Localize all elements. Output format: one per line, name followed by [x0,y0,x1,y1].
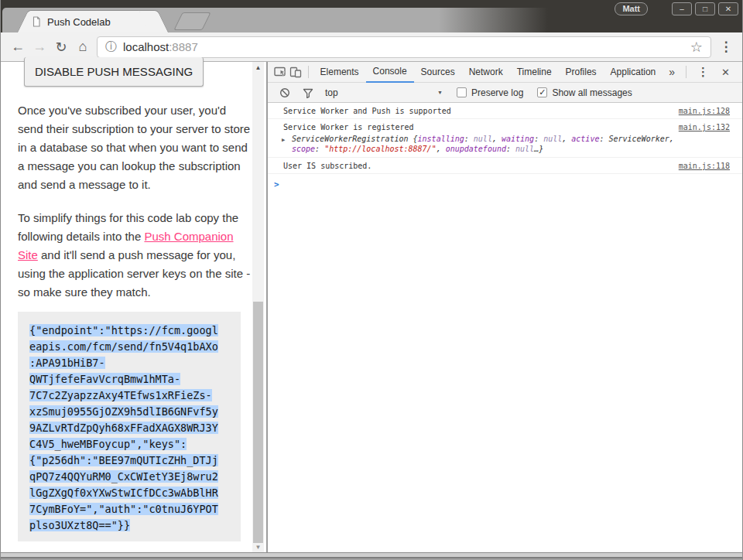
page-paragraph: To simplify things for this code lab cop… [18,209,252,302]
profile-badge[interactable]: Matt [615,2,648,15]
device-toolbar-icon[interactable] [288,62,303,83]
preview-segment: null [474,135,492,143]
console-log[interactable]: main.js:128Service Worker and Push is su… [268,103,742,552]
code-line: xzSmuj0955GjOZX9h5dlIB6GNFvf5y [29,404,229,420]
selected-text: C4V5_hweMBFoycup","keys": [29,438,187,450]
code-line: plso3UXzt8Q=="}} [29,517,229,534]
execution-context-select[interactable]: top ▼ [325,87,443,98]
browser-menu-icon[interactable]: ⋮ [716,39,736,55]
preview-segment: ServiceWorker, [608,135,673,143]
preview-segment: null [515,145,534,153]
address-bar[interactable]: ⓘ localhost :8887 ☆ [97,36,711,58]
devtools-tab-elements[interactable]: Elements [313,62,366,83]
inspect-element-icon[interactable] [272,62,288,83]
preview-segment: waiting [502,135,534,143]
window-controls: – □ ✕ [672,2,738,15]
devtools-tab-application[interactable]: Application [604,62,663,83]
devtools-menu-icon[interactable]: ⋮ [691,65,715,79]
preview-segment: …} [534,145,543,153]
disable-push-button[interactable]: DISABLE PUSH MESSAGING [24,57,204,87]
preview-segment: : [315,145,324,153]
selected-text: plso3UXzt8Q=="}} [29,519,130,531]
tab-close-icon[interactable]: × [146,16,155,27]
show-all-messages-label[interactable]: Show all messages [552,87,632,98]
devtools-tab-timeline[interactable]: Timeline [510,62,559,83]
object-preview[interactable]: ▶ServiceWorkerRegistration {installing: … [283,134,717,154]
selected-text: {"endpoint":"https://fcm.googl [29,324,218,336]
scrollbar-thumb[interactable] [253,302,263,543]
console-message-row: main.js:128Service Worker and Push is su… [268,103,742,119]
devtools-tab-console[interactable]: Console [366,62,414,83]
preview-segment: , [437,145,446,153]
browser-tab[interactable]: Push Codelab × [21,10,165,32]
scroll-down-icon[interactable]: ▼ [252,544,264,551]
selected-text: 7CymBFoY=","auth":"c0tnuJ6YPOT [29,503,218,515]
code-line: 9AZLvRTdZpQyh68xFFadXAGX8WRJ3Y [29,420,229,436]
divider [308,66,309,78]
tab-favicon-page-icon [31,16,42,27]
tab-title: Push Codelab [47,16,140,28]
console-prompt[interactable]: > [268,174,742,194]
devtools-tabs: ElementsConsoleSourcesNetworkTimelinePro… [313,62,663,83]
url-host: localhost [123,40,169,53]
code-line: :APA91bHiB7- [29,355,229,371]
selected-text: xzSmuj0955GjOZX9h5dlIB6GNFvf5y [29,405,218,418]
filter-icon[interactable] [299,83,317,103]
reload-icon[interactable]: ↻ [50,39,72,56]
code-line: 7C7c2ZyapzzAxy4TEfws1xRFieZs- [29,388,229,404]
console-message-text: Service Worker and Push is supported [283,107,451,115]
code-line: {"p256dh":"BEE97mQUTIcZHh_DTJj [29,452,229,469]
console-message-row: main.js:132Service Worker is registered▶… [268,119,742,158]
title-bar: Push Codelab × Matt – □ ✕ [1,0,742,32]
forward-icon: → [29,39,50,55]
code-line: 7CymBFoY=","auth":"c0tnuJ6YPOT [29,501,229,517]
home-icon[interactable]: ⌂ [72,39,94,55]
close-button[interactable]: ✕ [718,2,738,15]
bookmark-star-icon[interactable]: ☆ [690,39,703,56]
page-paragraph: Once you've subscribed your user, you'd … [18,101,252,194]
preview-segment: : [599,135,608,143]
show-all-messages-checkbox[interactable]: ✓ [537,87,547,97]
code-line: QWTjfefeFavVcrqBmw1hMTa- [29,371,229,388]
console-source-link[interactable]: main.js:118 [679,162,730,170]
console-source-link[interactable]: main.js:132 [679,123,730,131]
code-line: lGgZXgQf0xYXwStwICfDCc3wAbBlHR [29,485,229,501]
browser-window: Push Codelab × Matt – □ ✕ ← → ↻ ⌂ ⓘ loca… [0,0,743,560]
minimize-button[interactable]: – [672,2,692,15]
paragraph-text: and it'll send a push message for you, u… [18,248,250,299]
console-message-text: Service Worker is registered [283,123,414,131]
devtools-tab-bar: ElementsConsoleSourcesNetworkTimelinePro… [268,62,742,83]
devtools-tab-sources[interactable]: Sources [414,62,462,83]
preview-segment: onupdatefound [446,145,506,153]
chevron-down-icon: ▼ [437,90,443,95]
selected-text: eapis.com/fcm/send/fn5V4q1bAXo [29,340,218,353]
selected-text: {"p256dh":"BEE97mQUTIcZHh_DTJj [29,454,218,466]
back-icon[interactable]: ← [7,39,29,55]
clear-console-icon[interactable] [276,83,294,103]
preserve-log-checkbox[interactable]: ✓ [457,87,467,97]
console-source-link[interactable]: main.js:128 [679,107,730,115]
preview-segment: null [543,135,562,143]
page-scrollbar[interactable]: ▲ ▼ [252,62,264,552]
devtools-close-icon[interactable]: ✕ [715,67,736,78]
subscription-code-block[interactable]: {"endpoint":"https://fcm.googleapis.com/… [18,312,241,541]
code-line: C4V5_hweMBFoycup","keys": [29,436,229,452]
scroll-up-icon[interactable]: ▲ [252,64,264,71]
preview-segment: : [534,135,543,143]
console-message-text: User IS subscribed. [283,162,372,170]
preserve-log-label[interactable]: Preserve log [471,87,523,98]
more-tabs-icon[interactable]: » [663,66,681,78]
preview-segment: : [464,135,474,143]
info-icon[interactable]: ⓘ [105,39,117,54]
expand-triangle-icon[interactable]: ▶ [282,135,285,145]
maximize-button[interactable]: □ [695,2,715,15]
code-line: {"endpoint":"https://fcm.googl [29,323,229,339]
preview-segment: active [571,135,599,143]
preview-segment: installing [418,135,464,143]
devtools-tab-network[interactable]: Network [462,62,510,83]
preview-segment: , [562,135,571,143]
devtools-tab-profiles[interactable]: Profiles [559,62,604,83]
url-port: :8887 [169,40,198,53]
divider [686,66,687,78]
code-line: qPQ7z4QQYuRM0_CxCWIetY3Ej8wru2 [29,469,229,485]
